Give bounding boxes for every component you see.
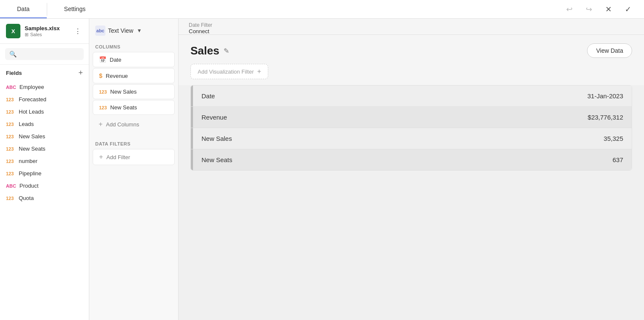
row-field-name: New Seats <box>201 156 233 163</box>
search-bar: 🔍 <box>0 44 89 65</box>
table-row: Revenue$23,776,312 <box>191 107 632 128</box>
add-columns-button[interactable]: + Add Columns <box>93 117 175 132</box>
fields-label: Fields <box>6 70 22 76</box>
table-row: New Seats637 <box>191 149 632 170</box>
date-filter-label: Date Filter <box>189 22 634 28</box>
edit-title-button[interactable]: ✎ <box>224 47 229 55</box>
visualization-header: Sales ✎ View Data <box>179 35 644 64</box>
row-field-name: Revenue <box>201 114 227 121</box>
main-layout: X Samples.xlsx ⊞ Sales ⋮ 🔍 Fields + ABCE… <box>0 19 644 320</box>
redo-button[interactable]: ↪ <box>583 3 595 15</box>
fields-header: Fields + <box>0 65 89 79</box>
right-top-bar: Date Filter Connect <box>179 19 644 35</box>
tab-data[interactable]: Data <box>0 0 47 18</box>
field-item-pipepline[interactable]: 123Pipepline <box>0 167 89 180</box>
fields-list: ABCEmployee123Forecasted123Hot Leads123L… <box>0 79 89 320</box>
file-icon-text: X <box>11 28 15 34</box>
undo-button[interactable]: ↩ <box>563 3 575 15</box>
column-item-date[interactable]: 📅Date <box>93 52 175 67</box>
row-field-value: 31-Jan-2023 <box>587 92 623 100</box>
field-item-leads[interactable]: 123Leads <box>0 118 89 130</box>
field-item-hot-leads[interactable]: 123Hot Leads <box>0 106 89 118</box>
field-item-new-sales[interactable]: 123New Sales <box>0 130 89 143</box>
file-menu-button[interactable]: ⋮ <box>73 26 83 37</box>
viz-title: Sales <box>190 44 219 57</box>
column-item-new-sales[interactable]: 123New Sales <box>93 84 175 99</box>
data-filters-label: DATA FILTERS <box>89 138 178 148</box>
columns-list: 📅Date$Revenue123New Sales123New Seats <box>89 51 178 116</box>
field-item-new-seats[interactable]: 123New Seats <box>0 143 89 155</box>
view-selector[interactable]: abc Text View ▼ <box>89 19 178 41</box>
top-actions: ↩ ↪ ✕ ✓ <box>563 3 644 15</box>
close-button[interactable]: ✕ <box>602 3 614 15</box>
add-filter-button[interactable]: + Add Filter <box>93 149 175 165</box>
right-panel: Date Filter Connect Sales ✎ View Data Ad… <box>179 19 644 320</box>
file-sheet: ⊞ Sales <box>25 32 68 37</box>
field-item-product[interactable]: ABCProduct <box>0 180 89 192</box>
file-name: Samples.xlsx <box>25 25 68 31</box>
data-filters-section: DATA FILTERS + Add Filter <box>89 133 178 166</box>
view-label: Text View <box>108 27 133 34</box>
field-item-number[interactable]: 123number <box>0 155 89 167</box>
search-input[interactable] <box>19 51 79 57</box>
dollar-icon: $ <box>99 72 102 79</box>
row-field-value: $23,776,312 <box>588 114 623 121</box>
viz-filter-label: Add Visualization Filter <box>198 69 254 75</box>
chevron-down-icon: ▼ <box>137 28 142 34</box>
tab-settings[interactable]: Settings <box>47 0 103 18</box>
date-icon: 📅 <box>99 56 106 63</box>
file-info: Samples.xlsx ⊞ Sales <box>25 25 68 37</box>
row-field-name: New Sales <box>201 135 232 142</box>
columns-section-label: COLUMNS <box>89 41 178 51</box>
viz-filter-bar: Add Visualization Filter + <box>179 64 644 85</box>
file-header: X Samples.xlsx ⊞ Sales ⋮ <box>0 19 89 44</box>
search-input-wrap: 🔍 <box>5 48 84 60</box>
connect-link[interactable]: Connect <box>189 28 634 34</box>
top-bar: Data Settings ↩ ↪ ✕ ✓ <box>0 0 644 19</box>
file-icon: X <box>6 24 20 38</box>
left-sidebar: X Samples.xlsx ⊞ Sales ⋮ 🔍 Fields + ABCE… <box>0 19 89 320</box>
row-field-value: 637 <box>613 156 623 163</box>
data-table: Date31-Jan-2023Revenue$23,776,312New Sal… <box>190 85 632 171</box>
column-item-revenue[interactable]: $Revenue <box>93 68 175 83</box>
plus-icon: + <box>99 120 102 128</box>
table-row: Date31-Jan-2023 <box>191 86 632 107</box>
row-field-name: Date <box>201 92 215 100</box>
view-type-icon: abc <box>95 26 105 36</box>
table-icon: ⊞ <box>25 32 28 37</box>
confirm-button[interactable]: ✓ <box>622 3 634 15</box>
middle-panel: abc Text View ▼ COLUMNS 📅Date$Revenue123… <box>89 19 179 320</box>
add-field-button[interactable]: + <box>78 69 83 77</box>
field-item-quota[interactable]: 123Quota <box>0 192 89 204</box>
plus-icon-filter: + <box>99 153 103 161</box>
add-viz-filter-button[interactable]: Add Visualization Filter + <box>190 64 268 79</box>
column-item-new-seats[interactable]: 123New Seats <box>93 100 175 115</box>
row-field-value: 35,325 <box>604 135 623 142</box>
table-row: New Sales35,325 <box>191 128 632 149</box>
search-icon: 🔍 <box>9 51 17 57</box>
view-data-button[interactable]: View Data <box>587 43 632 58</box>
field-item-forecasted[interactable]: 123Forecasted <box>0 93 89 106</box>
field-item-employee[interactable]: ABCEmployee <box>0 81 89 93</box>
plus-icon-viz: + <box>257 68 261 75</box>
